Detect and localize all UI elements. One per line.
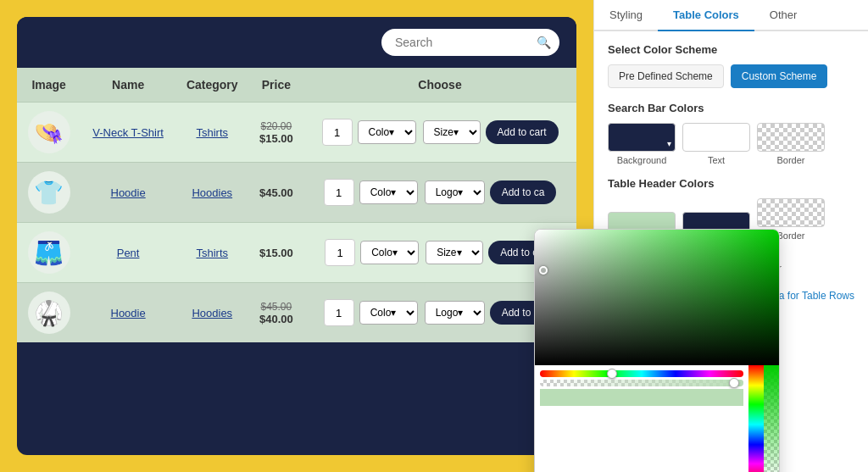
search-wrapper: 🔍 (381, 29, 559, 56)
size-select[interactable]: Logo▾ (425, 180, 485, 204)
choose-cell: Colo▾Logo▾Add to ca (312, 179, 568, 206)
hue-thumb[interactable] (607, 369, 617, 379)
choose-cell: Colo▾Logo▾Add to ca (312, 299, 568, 326)
alpha-vertical-strip[interactable] (764, 365, 779, 472)
price-current: $15.00 (258, 132, 295, 145)
product-name-cell: Pent (81, 223, 175, 283)
choose-cell: Colo▾Size▾Add to ca (312, 239, 568, 266)
header-border-swatch[interactable] (757, 198, 825, 227)
color-select[interactable]: Colo▾ (359, 301, 418, 325)
search-bar-area: 🔍 (17, 17, 576, 68)
picker-strips-row (535, 365, 779, 472)
search-bar-colors-title: Search Bar Colors (608, 102, 854, 114)
search-input[interactable] (381, 29, 559, 56)
product-name[interactable]: Pent (117, 247, 140, 259)
table-row: 👕HoodieHoodies$45.00Colo▾Logo▾Add to ca (17, 163, 576, 223)
search-bg-swatch[interactable]: ▾ (608, 123, 676, 152)
left-panel: 🔍 Image Name Category Price Choose 👒V-Ne… (0, 0, 593, 472)
product-name[interactable]: Hoodie (111, 186, 146, 199)
search-border-swatch[interactable] (757, 123, 825, 152)
quantity-input[interactable] (324, 179, 354, 206)
product-price-cell: $45.00 (249, 163, 303, 223)
product-price-cell: $45.00$40.00 (249, 283, 303, 343)
table-row: 🥋HoodieHoodies$45.00$40.00Colo▾Logo▾Add … (17, 283, 576, 343)
product-choose-cell: Colo▾Size▾Add to cart (303, 103, 576, 163)
product-category[interactable]: Tshirts (196, 247, 228, 259)
quantity-input[interactable] (324, 299, 354, 326)
price-current: $45.00 (258, 186, 295, 199)
product-emoji: 👕 (28, 171, 70, 214)
product-price-cell: $20.00$15.00 (249, 103, 303, 163)
product-category-cell: Hoodies (175, 163, 249, 223)
add-to-cart-btn[interactable]: Add to cart (486, 120, 559, 144)
alpha-track[interactable] (540, 380, 743, 386)
product-image-cell: 🥋 (17, 283, 81, 343)
product-category-cell: Hoodies (175, 283, 249, 343)
tab-styling[interactable]: Styling (594, 0, 658, 31)
tab-table-colors[interactable]: Table Colors (658, 0, 754, 31)
col-choose: Choose (303, 68, 576, 103)
picker-cursor (539, 266, 548, 275)
size-select[interactable]: Size▾ (423, 120, 481, 144)
tabs-row: Styling Table Colors Other (594, 0, 868, 31)
quantity-input[interactable] (322, 119, 353, 146)
chevron-down-icon: ▾ (667, 139, 671, 148)
search-bg-swatch-block: ▾ Background (608, 123, 676, 165)
col-name: Name (81, 68, 175, 103)
product-table: Image Name Category Price Choose 👒V-Neck… (17, 68, 576, 342)
product-emoji: 🥋 (28, 292, 70, 334)
product-name-cell: Hoodie (81, 283, 175, 343)
select-color-scheme-title: Select Color Scheme (608, 43, 854, 56)
price-original: $20.00 (258, 120, 295, 132)
picker-sliders (535, 365, 748, 472)
text-label: Text (708, 155, 725, 165)
color-preview-strip (540, 389, 743, 406)
product-price-cell: $15.00 (249, 223, 303, 283)
product-category-cell: Tshirts (175, 223, 249, 283)
product-name-cell: Hoodie (81, 163, 175, 223)
col-image: Image (17, 68, 81, 103)
hue-slider-row (540, 370, 743, 377)
product-category[interactable]: Tshirts (196, 126, 228, 139)
color-select[interactable]: Colo▾ (359, 180, 418, 204)
product-name[interactable]: Hoodie (111, 307, 146, 319)
table-row: 👒V-Neck T-ShirtTshirts$20.00$15.00Colo▾S… (17, 103, 576, 163)
border-label: Border (776, 155, 804, 165)
quantity-input[interactable] (325, 239, 355, 266)
price-current: $40.00 (258, 313, 295, 325)
color-select[interactable]: Colo▾ (360, 241, 419, 264)
hue-track[interactable] (540, 370, 743, 377)
header-border-label: Border (776, 230, 804, 241)
alpha-thumb[interactable] (729, 378, 739, 388)
product-name[interactable]: V-Neck T-Shirt (92, 126, 164, 139)
product-category[interactable]: Hoodies (192, 186, 232, 199)
product-name-cell: V-Neck T-Shirt (81, 103, 175, 163)
custom-scheme-btn[interactable]: Custom Scheme (731, 64, 828, 88)
search-border-swatch-block: Border (757, 123, 825, 165)
table-header-row: Image Name Category Price Choose (17, 68, 576, 103)
price-original: $45.00 (258, 301, 295, 313)
table-container: 🔍 Image Name Category Price Choose 👒V-Ne… (17, 17, 576, 455)
size-select[interactable]: Size▾ (426, 241, 483, 264)
hue-vertical-strip[interactable] (748, 365, 764, 472)
search-text-swatch-block: Text (682, 123, 750, 165)
table-row: 🩳PentTshirts$15.00Colo▾Size▾Add to ca (17, 223, 576, 283)
color-preview-fill (540, 389, 743, 406)
product-emoji: 🩳 (28, 231, 70, 274)
color-select[interactable]: Colo▾ (358, 120, 416, 144)
size-select[interactable]: Logo▾ (425, 301, 485, 325)
alpha-slider-row (540, 380, 743, 386)
search-text-swatch[interactable] (682, 123, 750, 152)
add-to-cart-btn[interactable]: Add to ca (490, 180, 557, 204)
alpha-fill (540, 380, 743, 386)
product-image-cell: 👕 (17, 163, 81, 223)
predefined-scheme-btn[interactable]: Pre Defined Scheme (608, 64, 724, 88)
search-icon: 🔍 (537, 36, 551, 49)
price-current: $15.00 (258, 247, 295, 259)
choose-cell: Colo▾Size▾Add to cart (312, 119, 568, 146)
bg-label: Background (617, 155, 667, 165)
product-image-cell: 👒 (17, 103, 81, 163)
picker-gradient-area[interactable] (535, 230, 779, 365)
tab-other[interactable]: Other (754, 0, 813, 31)
product-category[interactable]: Hoodies (192, 307, 232, 319)
